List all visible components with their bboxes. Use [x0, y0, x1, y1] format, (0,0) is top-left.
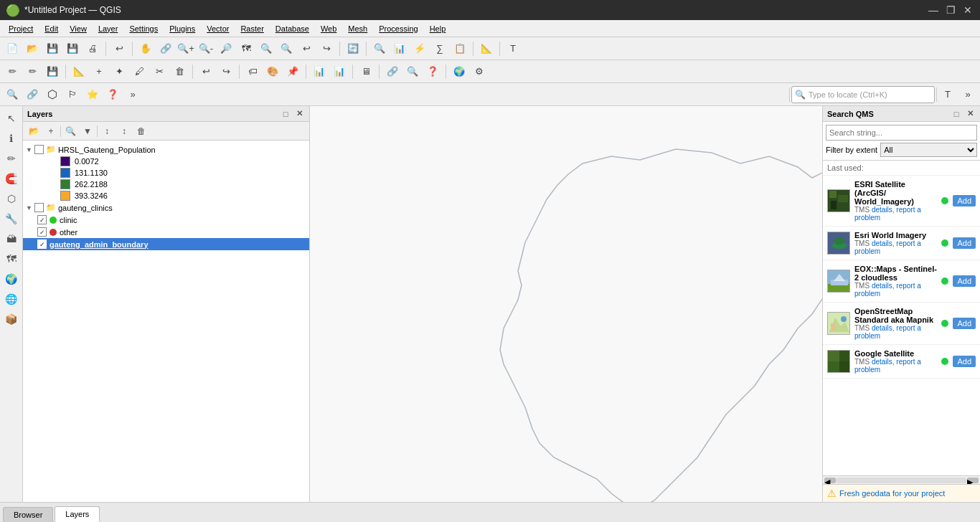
- layer-group-hrsl[interactable]: ▼ 📁 HRSL_Gauteng_Population: [23, 143, 309, 156]
- zoom-full-button[interactable]: 🗺: [237, 40, 255, 57]
- zoom-last-button[interactable]: ↩: [297, 40, 316, 57]
- locate-bar-container[interactable]: 🔍 Type to locate (Ctrl+K): [791, 86, 935, 103]
- title-bar-controls[interactable]: — ❐ ✕: [927, 4, 974, 16]
- plugin-btn2[interactable]: 🔗: [23, 86, 42, 103]
- qms-details-esri[interactable]: details: [872, 206, 892, 214]
- field-calc-button[interactable]: 📊: [310, 63, 329, 80]
- pan-map-button[interactable]: 🔗: [156, 40, 175, 57]
- maximize-button[interactable]: ❐: [944, 4, 957, 16]
- toggle-edit-button[interactable]: ✏: [23, 63, 42, 80]
- measure-button[interactable]: 📐: [477, 40, 496, 57]
- zoom-layer-button[interactable]: 🔍: [257, 40, 275, 57]
- plugin-btn6[interactable]: ❓: [103, 86, 122, 103]
- zoom-rubber-band-button[interactable]: 🔎: [217, 40, 235, 57]
- add-feature-button[interactable]: +: [90, 63, 108, 80]
- qms-scroll-track[interactable]: [836, 478, 967, 483]
- qms-add-eox[interactable]: Add: [953, 275, 976, 287]
- pan-button[interactable]: ✋: [136, 40, 155, 57]
- menu-view[interactable]: View: [64, 23, 93, 34]
- sidebar-icon-topology[interactable]: ⬡: [2, 189, 21, 208]
- layer-checkbox-clinic[interactable]: [37, 215, 47, 224]
- qms-undock-button[interactable]: □: [951, 108, 962, 120]
- qms-details-osm[interactable]: details: [872, 324, 892, 332]
- sidebar-icon-globe[interactable]: 🌍: [2, 270, 21, 288]
- menu-edit[interactable]: Edit: [39, 23, 64, 34]
- plugin-btn1[interactable]: 🔍: [3, 86, 22, 103]
- redo-edit-button[interactable]: ↪: [217, 63, 235, 80]
- zoom-in-button[interactable]: 🔍+: [176, 40, 195, 57]
- zoom-next-button[interactable]: ↪: [317, 40, 336, 57]
- help-button[interactable]: ❓: [423, 63, 442, 80]
- filter-legend-button[interactable]: 🔍: [62, 124, 78, 138]
- identify-button[interactable]: 🔍: [370, 40, 389, 57]
- save-project-button[interactable]: 💾: [43, 40, 62, 57]
- attr-table-button[interactable]: 📊: [330, 63, 349, 80]
- layer-item-admin-boundary[interactable]: gauteng_admin_boundary: [23, 238, 309, 250]
- qms-search-input[interactable]: [826, 125, 977, 141]
- add-line-button[interactable]: 🖊: [130, 63, 149, 80]
- layer-item-clinic[interactable]: clinic: [23, 214, 309, 226]
- menu-settings[interactable]: Settings: [123, 23, 164, 34]
- sidebar-icon-advanced[interactable]: 🔧: [2, 209, 21, 228]
- qms-item-google[interactable]: Google Satellite TMS details, report a p…: [823, 345, 980, 379]
- save-as-button[interactable]: 💾: [63, 40, 82, 57]
- tab-browser[interactable]: Browser: [3, 507, 53, 522]
- layers-undock-button[interactable]: □: [280, 108, 291, 120]
- layer-open-button[interactable]: 📂: [26, 124, 42, 138]
- group-checkbox-hrsl[interactable]: [34, 145, 44, 154]
- plugin-btn3[interactable]: ⬡: [43, 86, 62, 103]
- menu-web[interactable]: Web: [315, 23, 342, 34]
- sidebar-icon-info[interactable]: ℹ: [2, 129, 21, 148]
- undo-edit-button[interactable]: ↩: [197, 63, 215, 80]
- qms-item-eox[interactable]: EOX::Maps - Sentinel-2 cloudless TMS det…: [823, 260, 980, 303]
- settings2-button[interactable]: ⚙: [470, 63, 489, 80]
- qms-filter-select[interactable]: All Current extent: [880, 143, 977, 157]
- menu-project[interactable]: Project: [3, 23, 39, 34]
- open-project-button[interactable]: 📂: [23, 40, 42, 57]
- label-tool-button[interactable]: 🏷: [243, 63, 262, 80]
- zoom-selection-button[interactable]: 🔍: [277, 40, 296, 57]
- close-button[interactable]: ✕: [961, 4, 974, 16]
- group-checkbox-clinics[interactable]: [34, 203, 44, 212]
- text-tool-button[interactable]: T: [938, 86, 957, 103]
- layer-group-clinics[interactable]: ▼ 📁 gauteng_clinics: [23, 201, 309, 214]
- save-edits-button[interactable]: 💾: [43, 63, 62, 80]
- layer-checkbox-admin[interactable]: [37, 239, 47, 249]
- layer-add-button[interactable]: +: [43, 124, 59, 138]
- menu-processing[interactable]: Processing: [373, 23, 423, 34]
- sidebar-icon-snapping[interactable]: 🧲: [2, 169, 21, 188]
- collapse-all-button[interactable]: ↕: [116, 124, 132, 138]
- filter-layer-button[interactable]: ▼: [80, 124, 95, 138]
- qms-add-osm[interactable]: Add: [953, 318, 976, 329]
- minimize-button[interactable]: —: [927, 4, 940, 16]
- qms-footer-link[interactable]: Fresh geodata for your project: [839, 489, 945, 498]
- statistics-button[interactable]: ∑: [430, 40, 449, 57]
- refresh-button[interactable]: 🔄: [344, 40, 362, 57]
- digitize-button[interactable]: 📐: [70, 63, 88, 80]
- qms-scroll-left[interactable]: ◀: [824, 478, 836, 483]
- qms-details-eox[interactable]: details: [872, 282, 892, 290]
- text-annotation-button[interactable]: T: [504, 40, 522, 57]
- zoom-out-button[interactable]: 🔍-: [197, 40, 215, 57]
- menu-help[interactable]: Help: [424, 23, 452, 34]
- sidebar-icon-globe2[interactable]: 🌐: [2, 290, 21, 308]
- calculator-button[interactable]: 📋: [451, 40, 469, 57]
- qms-close-button[interactable]: ✕: [964, 108, 976, 120]
- delete-feature-button[interactable]: 🗑: [170, 63, 189, 80]
- qms-scroll-right[interactable]: ▶: [967, 478, 979, 483]
- expand-all-button[interactable]: ↕: [99, 124, 115, 138]
- sidebar-icon-select[interactable]: ↖: [2, 109, 21, 128]
- label-pin-button[interactable]: 📌: [283, 63, 302, 80]
- remove-layer-button[interactable]: 🗑: [133, 124, 149, 138]
- more-button[interactable]: »: [958, 86, 977, 103]
- map-area[interactable]: [310, 106, 822, 502]
- plugin-btn4[interactable]: 🏳: [63, 86, 82, 103]
- add-point-button[interactable]: ✦: [110, 63, 128, 80]
- layers-close-button[interactable]: ✕: [293, 108, 305, 120]
- undo-button[interactable]: ↩: [110, 40, 128, 57]
- qms-scrollbar[interactable]: ◀ ▶: [823, 475, 980, 484]
- menu-layer[interactable]: Layer: [93, 23, 124, 34]
- qms-item-esri-world[interactable]: Esri World Imagery TMS details, report a…: [823, 227, 980, 260]
- menu-vector[interactable]: Vector: [201, 23, 235, 34]
- tab-layers[interactable]: Layers: [55, 506, 100, 522]
